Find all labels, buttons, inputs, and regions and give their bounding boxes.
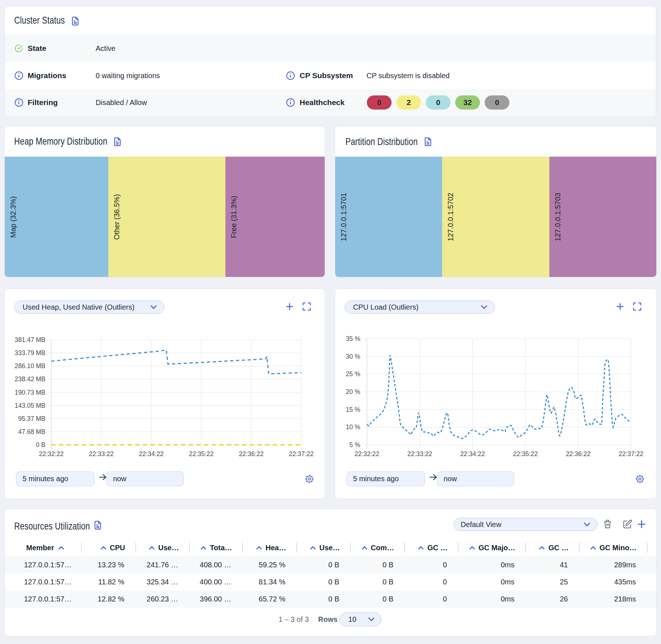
svg-text:30 %: 30 %: [346, 353, 360, 360]
svg-text:333.79 MB: 333.79 MB: [15, 349, 45, 357]
svg-text:22:37:22: 22:37:22: [618, 450, 643, 458]
svg-text:238.42 MB: 238.42 MB: [15, 375, 45, 383]
svg-text:381.47 MB: 381.47 MB: [15, 336, 45, 343]
svg-text:10 %: 10 %: [346, 423, 360, 431]
svg-text:22:32:22: 22:32:22: [354, 450, 379, 458]
svg-text:20 %: 20 %: [346, 388, 360, 395]
svg-text:286.10 MB: 286.10 MB: [15, 362, 45, 370]
svg-text:190.73 MB: 190.73 MB: [15, 389, 45, 396]
svg-text:22:33:22: 22:33:22: [89, 450, 113, 458]
svg-text:22:32:22: 22:32:22: [39, 450, 64, 458]
svg-text:22:37:22: 22:37:22: [289, 450, 313, 458]
svg-text:0 B: 0 B: [36, 441, 45, 448]
svg-text:22:34:22: 22:34:22: [460, 450, 485, 458]
svg-text:22:36:22: 22:36:22: [566, 450, 590, 458]
svg-text:25 %: 25 %: [346, 370, 360, 378]
svg-text:15 %: 15 %: [346, 406, 360, 413]
svg-text:47.68 MB: 47.68 MB: [18, 428, 45, 435]
svg-text:22:35:22: 22:35:22: [513, 450, 538, 458]
svg-text:22:34:22: 22:34:22: [139, 450, 164, 458]
svg-text:22:33:22: 22:33:22: [407, 450, 432, 458]
svg-text:35 %: 35 %: [346, 335, 360, 342]
svg-text:22:36:22: 22:36:22: [239, 450, 264, 458]
svg-text:143.05 MB: 143.05 MB: [15, 402, 45, 409]
svg-text:22:35:22: 22:35:22: [189, 450, 213, 458]
svg-text:5 %: 5 %: [349, 441, 360, 448]
svg-text:95.37 MB: 95.37 MB: [18, 415, 45, 422]
